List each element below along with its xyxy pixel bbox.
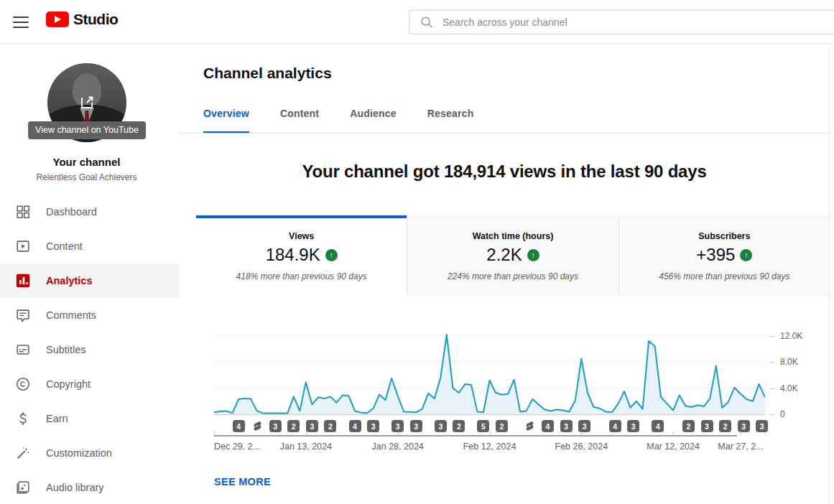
metric-card-watch-time[interactable]: Watch time (hours) 2.2K ↑ 224% more than… xyxy=(407,215,618,296)
audio-library-icon xyxy=(14,479,32,496)
logo-text: Studio xyxy=(73,11,118,28)
upload-count-badge[interactable]: 3 xyxy=(627,420,639,432)
views-area-chart xyxy=(214,327,765,415)
channel-name: Relentless Goal Achievers xyxy=(0,172,173,182)
x-axis-tick xyxy=(673,431,674,435)
y-axis-label: 8.0K xyxy=(780,357,798,367)
upload-count-badge[interactable]: 2 xyxy=(287,420,300,432)
upload-count-badge[interactable]: 4 xyxy=(542,420,554,432)
metric-cards: Views 184.9K ↑ 418% more than previous 9… xyxy=(196,215,830,296)
upload-count-badge[interactable]: 3 xyxy=(578,420,590,432)
sidebar-item-label: Comments xyxy=(46,309,96,321)
tab-research[interactable]: Research xyxy=(427,108,474,134)
sidebar-item-label: Earn xyxy=(46,413,68,424)
channel-search-box[interactable] xyxy=(409,10,834,34)
upload-count-badge[interactable]: 4 xyxy=(349,420,361,432)
y-axis-tick xyxy=(769,388,774,389)
page-title: Channel analytics xyxy=(203,65,332,82)
dashboard-icon xyxy=(14,203,32,220)
x-axis-tick xyxy=(398,431,399,435)
metric-label: Subscribers xyxy=(698,231,750,241)
shorts-upload-icon[interactable] xyxy=(251,419,264,432)
trend-up-icon: ↑ xyxy=(527,249,539,261)
upload-count-badge[interactable]: 3 xyxy=(756,420,768,432)
upload-count-badge[interactable]: 3 xyxy=(410,420,422,432)
x-axis-date-label: Jan 28, 2024 xyxy=(372,442,424,452)
tab-overview[interactable]: Overview xyxy=(203,108,249,134)
upload-count-badge[interactable]: 2 xyxy=(719,420,731,432)
metric-value: 184.9K xyxy=(266,245,320,265)
metric-card-subscribers[interactable]: Subscribers +395 ↑ 456% more than previo… xyxy=(618,215,830,296)
sidebar-item-label: Audio library xyxy=(46,482,104,493)
upload-count-badge[interactable]: 2 xyxy=(496,420,508,432)
hamburger-menu-icon[interactable] xyxy=(12,15,29,29)
shorts-upload-icon[interactable] xyxy=(523,419,536,432)
x-axis-date-label: Feb 12, 2024 xyxy=(463,442,516,452)
metric-value: +395 xyxy=(696,245,735,265)
top-header: Studio xyxy=(0,0,834,44)
upload-count-badge[interactable]: 2 xyxy=(324,420,336,432)
customization-icon xyxy=(14,444,32,462)
sidebar-item-label: Content xyxy=(46,241,83,252)
upload-count-badge[interactable]: 3 xyxy=(391,420,404,432)
upload-count-badge[interactable]: 4 xyxy=(609,420,621,432)
see-more-link[interactable]: SEE MORE xyxy=(214,476,271,487)
metric-subtext: 418% more than previous 90 days xyxy=(236,271,367,281)
sidebar-item-subtitles[interactable]: Subtitles xyxy=(0,332,179,367)
sidebar-item-dashboard[interactable]: Dashboard xyxy=(0,195,179,229)
search-input[interactable] xyxy=(443,11,834,34)
youtube-play-icon xyxy=(46,11,69,27)
page-scrollbar[interactable] xyxy=(829,44,834,504)
timeline-ruler[interactable] xyxy=(214,435,737,437)
upload-count-badge[interactable]: 4 xyxy=(233,420,245,432)
analytics-icon xyxy=(14,272,32,289)
youtube-studio-logo[interactable]: Studio xyxy=(46,11,118,28)
upload-count-badge[interactable]: 3 xyxy=(367,420,379,432)
upload-count-badge[interactable]: 3 xyxy=(701,420,713,432)
views-headline: Your channel got 184,914 views in the la… xyxy=(179,162,830,182)
content-icon xyxy=(14,238,32,255)
metric-subtext: 456% more than previous 90 days xyxy=(659,271,789,281)
tab-content[interactable]: Content xyxy=(280,108,319,134)
upload-count-badge[interactable]: 3 xyxy=(435,420,447,432)
sidebar: View channel on YouTube Your channel Rel… xyxy=(0,44,179,504)
x-axis-tick xyxy=(306,431,307,435)
x-axis-date-label: Jan 13, 2024 xyxy=(280,442,332,452)
upload-count-badge[interactable]: 3 xyxy=(306,420,318,432)
sidebar-item-earn[interactable]: Earn xyxy=(0,401,179,436)
views-chart: 12.0K8.0K4.0K0432324333325243343423233De… xyxy=(214,327,834,463)
channel-title: Your channel xyxy=(0,156,173,168)
upload-count-badge[interactable]: 3 xyxy=(560,420,573,432)
tab-audience[interactable]: Audience xyxy=(350,108,397,134)
y-axis-label: 4.0K xyxy=(780,383,798,393)
subtitles-icon xyxy=(14,341,32,358)
y-axis-label: 0 xyxy=(780,409,785,419)
earn-icon xyxy=(14,410,32,427)
sidebar-item-label: Copyright xyxy=(46,378,91,390)
metric-card-views[interactable]: Views 184.9K ↑ 418% more than previous 9… xyxy=(196,215,407,296)
x-axis-tick xyxy=(490,431,491,435)
sidebar-item-audio-library[interactable]: Audio library xyxy=(0,470,179,504)
upload-count-badge[interactable]: 4 xyxy=(652,420,664,432)
upload-count-badge[interactable]: 2 xyxy=(453,420,465,432)
sidebar-item-analytics[interactable]: Analytics xyxy=(0,263,179,298)
y-axis-tick xyxy=(769,362,774,363)
sidebar-item-label: Analytics xyxy=(46,275,92,286)
y-axis-tick xyxy=(769,336,774,337)
avatar-tooltip: View channel on YouTube xyxy=(28,121,146,139)
metric-value: 2.2K xyxy=(486,245,522,265)
sidebar-item-customization[interactable]: Customization xyxy=(0,436,179,470)
sidebar-menu: Dashboard Content Analytics xyxy=(0,195,179,504)
metric-label: Views xyxy=(289,231,314,241)
y-axis-label: 12.0K xyxy=(780,331,802,341)
sidebar-item-content[interactable]: Content xyxy=(0,229,179,263)
sidebar-item-comments[interactable]: Comments xyxy=(0,298,179,332)
upload-count-badge[interactable]: 2 xyxy=(682,420,695,432)
metric-label: Watch time (hours) xyxy=(473,231,554,241)
x-axis-date-label: Feb 26, 2024 xyxy=(555,442,608,452)
upload-count-badge[interactable]: 3 xyxy=(738,420,750,432)
upload-count-badge[interactable]: 3 xyxy=(269,420,282,432)
upload-count-badge[interactable]: 5 xyxy=(477,420,489,432)
sidebar-item-copyright[interactable]: Copyright xyxy=(0,367,179,401)
sidebar-item-label: Subtitles xyxy=(46,344,86,355)
